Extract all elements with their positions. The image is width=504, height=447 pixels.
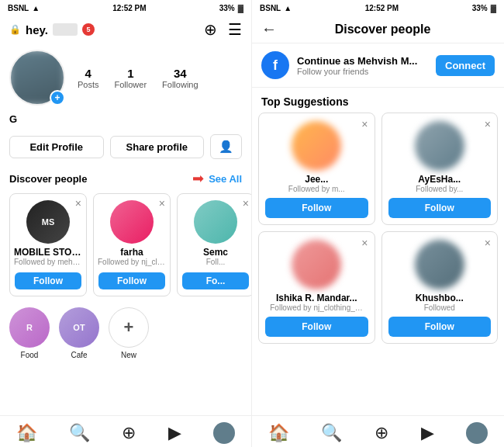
lock-icon: 🔒 <box>9 24 21 35</box>
bottom-nav-right: 🏠 🔍 ⊕ ▶ <box>252 415 504 447</box>
add-post-icon[interactable]: ⊕ <box>204 20 217 39</box>
grid-close-2[interactable]: × <box>361 237 368 249</box>
follow-button-0[interactable]: Follow <box>15 272 81 289</box>
suggestions-grid: × Jee... Followed by m... Follow × AyEsH… <box>252 113 504 344</box>
suggestion-scroll: × MS MOBILE STORE... Followed by mehviis… <box>0 190 251 300</box>
follow-button-1[interactable]: Follow <box>98 272 165 289</box>
suggestion-avatar-img-1 <box>110 200 154 244</box>
grid-name-3: Khushbo... <box>416 293 464 303</box>
stat-following[interactable]: 34 Following <box>162 67 198 89</box>
highlight-food[interactable]: R Food <box>9 307 50 359</box>
top-suggestions-title: Top Suggestions <box>252 88 504 113</box>
suggestion-card-2: × Semc Foll... Fo... <box>177 193 251 296</box>
person-icon-button[interactable]: 👤 <box>210 134 242 159</box>
stats-row: 4 Posts 1 Follower 34 Following <box>78 67 198 89</box>
highlight-circle-food: R <box>9 307 50 348</box>
nav-profile-left[interactable] <box>213 422 235 444</box>
follow-button-2[interactable]: Fo... <box>182 272 249 289</box>
suggestion-name-1: farha <box>120 247 143 258</box>
grid-sub-1: Followed by... <box>416 185 463 193</box>
grid-avatar-0 <box>292 121 341 171</box>
status-left-right: BSNL ▲ <box>260 4 292 12</box>
suggestion-name-2: Semc <box>203 247 228 258</box>
grid-close-0[interactable]: × <box>361 118 368 130</box>
grid-close-3[interactable]: × <box>485 237 491 249</box>
grid-sub-3: Followed <box>424 303 455 312</box>
carrier-right: BSNL <box>260 4 281 12</box>
grid-card-0: × Jee... Followed by m... Follow <box>258 113 375 225</box>
suggestion-close-1[interactable]: × <box>159 197 165 210</box>
suggestion-card-1: × farha Followed by nj_clothing_by_naj..… <box>93 193 171 296</box>
battery-icon-right: ▓ <box>491 4 496 12</box>
suggestion-close-2[interactable]: × <box>243 197 249 210</box>
grid-avatar-1 <box>415 121 464 171</box>
carrier-left: BSNL <box>8 4 29 12</box>
highlight-circle-new: + <box>109 307 149 348</box>
nav-reels-left[interactable]: ▶ <box>168 423 181 443</box>
back-button[interactable]: ← <box>261 20 277 38</box>
avatar-container: + <box>9 50 65 106</box>
grid-card-3: × Khushbo... Followed Follow <box>381 231 499 344</box>
nav-add-left[interactable]: ⊕ <box>122 423 136 443</box>
status-bar-left: BSNL ▲ 12:52 PM 33% ▓ <box>0 0 251 16</box>
battery-icon-left: ▓ <box>238 4 243 12</box>
edit-profile-button[interactable]: Edit Profile <box>9 136 104 158</box>
fb-connect-title: Continue as Mehvish M... <box>297 55 428 67</box>
grid-avatar-2 <box>292 240 341 289</box>
grid-follow-2[interactable]: Follow <box>265 317 368 337</box>
discover-people-title: Discover people <box>286 23 479 36</box>
suggestion-sub-2: Foll... <box>206 258 225 266</box>
see-all-link[interactable]: See All <box>209 173 242 185</box>
grid-name-1: AyEsHa... <box>418 174 461 185</box>
username: hey. <box>26 23 48 36</box>
add-story-badge[interactable]: + <box>50 90 65 106</box>
nav-home-left[interactable]: 🏠 <box>16 423 37 443</box>
username-container: 🔒 hey. 5 <box>9 23 95 36</box>
discover-title: Discover people <box>9 173 87 185</box>
highlight-label-food: Food <box>21 351 39 359</box>
suggestion-avatar-img-2 <box>194 200 237 244</box>
time-left: 12:52 PM <box>112 4 146 12</box>
nav-add-right[interactable]: ⊕ <box>375 423 388 443</box>
grid-card-1: × AyEsHa... Followed by... Follow <box>381 113 499 225</box>
highlight-new[interactable]: + New <box>109 307 149 359</box>
grid-follow-0[interactable]: Follow <box>265 198 368 218</box>
suggestion-sub-0: Followed by mehviish <box>14 258 82 266</box>
bottom-nav-left: 🏠 🔍 ⊕ ▶ <box>0 415 251 447</box>
notification-badge[interactable]: 5 <box>82 23 95 36</box>
status-right-left: 33% ▓ <box>219 4 243 12</box>
profile-name: G <box>0 112 251 130</box>
highlight-cafe[interactable]: OT Cafe <box>59 307 99 359</box>
highlight-label-new: New <box>121 351 136 359</box>
facebook-text: Continue as Mehvish M... Follow your fri… <box>297 55 428 76</box>
suggestion-avatar-1 <box>110 200 154 244</box>
grid-sub-0: Followed by m... <box>288 185 345 193</box>
highlights-row: R Food OT Cafe + New <box>0 300 251 367</box>
grid-follow-1[interactable]: Follow <box>388 198 492 218</box>
nav-reels-right[interactable]: ▶ <box>421 423 434 443</box>
see-all-container: ➡ See All <box>192 170 242 187</box>
grid-close-1[interactable]: × <box>485 118 491 130</box>
stat-followers[interactable]: 1 Follower <box>115 67 147 89</box>
following-count: 34 <box>174 67 187 80</box>
wifi-icon-right: ▲ <box>284 4 292 12</box>
grid-card-2: × Ishika R. Mandar... Followed by nj_clo… <box>258 231 375 344</box>
suggestion-close-0[interactable]: × <box>75 197 81 210</box>
right-top-bar: ← Discover people <box>252 16 504 43</box>
menu-icon[interactable]: ☰ <box>228 20 242 39</box>
right-panel: BSNL ▲ 12:52 PM 33% ▓ ← Discover people … <box>252 0 504 447</box>
grid-sub-2: Followed by nj_clothing_by_najlas... <box>270 303 363 312</box>
left-panel: BSNL ▲ 12:52 PM 33% ▓ 🔒 hey. 5 ⊕ ☰ + <box>0 0 252 447</box>
status-left: BSNL ▲ <box>8 4 40 12</box>
action-buttons: Edit Profile Share profile 👤 <box>0 130 251 164</box>
share-profile-button[interactable]: Share profile <box>110 136 205 158</box>
top-bar-left: 🔒 hey. 5 ⊕ ☰ <box>0 16 251 43</box>
connect-button[interactable]: Connect <box>436 55 495 76</box>
grid-follow-3[interactable]: Follow <box>388 317 492 337</box>
nav-home-right[interactable]: 🏠 <box>268 423 289 443</box>
nav-search-right[interactable]: 🔍 <box>321 423 342 443</box>
suggestion-name-0: MOBILE STORE... <box>14 247 82 258</box>
nav-profile-right[interactable] <box>466 422 488 444</box>
followers-count: 1 <box>127 67 133 80</box>
nav-search-left[interactable]: 🔍 <box>69 423 90 443</box>
